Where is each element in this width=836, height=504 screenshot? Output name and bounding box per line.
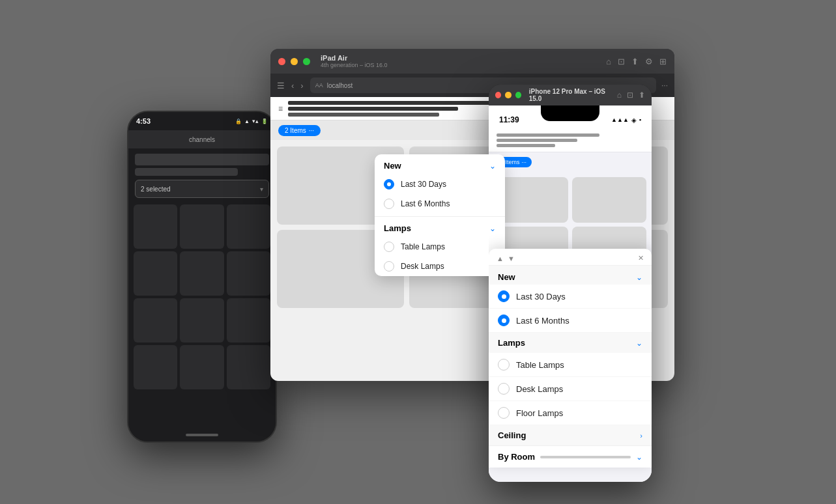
- signal-icon: ▲▲▲: [611, 117, 629, 123]
- lock-icon: 🔒: [235, 119, 242, 124]
- nav-up-icon[interactable]: ▲: [497, 255, 504, 262]
- ipad-popup-item-last30[interactable]: Last 30 Days: [375, 175, 505, 194]
- iphone-popup-item-table-lamps[interactable]: Table Lamps: [489, 353, 652, 377]
- ipad-popup-item-table-lamps[interactable]: Table Lamps: [375, 237, 505, 257]
- chevron-down-icon: ▾: [260, 186, 263, 193]
- iphone-popup-last30-label: Last 30 Days: [516, 292, 566, 301]
- grid-icon[interactable]: ⊞: [659, 57, 667, 66]
- android-grid-item[interactable]: [227, 298, 270, 343]
- filter-count: 2 Items: [285, 127, 306, 134]
- iphone-titlebar: iPhone 12 Pro Max – iOS 15.0 ⌂ ⊡ ⬆: [489, 85, 652, 105]
- iphone-popup-item-floor-lamps[interactable]: Floor Lamps: [489, 401, 652, 425]
- signal-icon: ▲: [244, 119, 250, 124]
- chevron-down-icon: ⌄: [489, 161, 496, 171]
- wifi-icon: ◈: [631, 117, 637, 124]
- battery-icon: ▪: [639, 117, 641, 123]
- ipad-subtitle: 4th generation – iOS 16.0: [321, 62, 388, 68]
- chevron-down-icon: ⌄: [636, 339, 642, 348]
- camera-icon[interactable]: ⊡: [627, 91, 633, 100]
- android-grid-item[interactable]: [134, 251, 177, 296]
- radio-last6m-ipad[interactable]: [384, 199, 394, 209]
- iphone-popup-item-last30[interactable]: Last 30 Days: [489, 285, 652, 309]
- iphone-grid-item[interactable]: [572, 177, 646, 223]
- radio-last6m-iphone[interactable]: [498, 315, 510, 326]
- sidebar-toggle-icon[interactable]: ☰: [277, 81, 285, 91]
- chevron-down-icon: ⌄: [636, 453, 642, 462]
- iphone-popup-byroom-section[interactable]: By Room ⌄: [489, 445, 652, 468]
- url-text: localhost: [327, 82, 353, 89]
- android-grid-item[interactable]: [180, 204, 223, 249]
- iphone-popup-ceiling-section[interactable]: Ceiling ›: [489, 425, 652, 445]
- more-options-icon[interactable]: ···: [661, 81, 668, 90]
- iphone-popup-ceiling-label: Ceiling: [498, 430, 526, 440]
- close-button[interactable]: [278, 58, 285, 65]
- iphone-nav-bar: [489, 129, 652, 152]
- radio-last30-ipad[interactable]: [384, 179, 394, 189]
- chevron-down-icon: ⌄: [489, 224, 496, 233]
- iphone-window: iPhone 12 Pro Max – iOS 15.0 ⌂ ⊡ ⬆ 11:39…: [489, 85, 652, 482]
- iphone-notch: [541, 105, 599, 121]
- android-app-title: channels: [189, 136, 215, 143]
- settings-icon[interactable]: ⚙: [645, 57, 653, 66]
- android-dropdown[interactable]: 2 selected ▾: [135, 180, 269, 198]
- android-grid-item[interactable]: [180, 251, 223, 296]
- ipad-filter-pill[interactable]: 2 Items ···: [278, 125, 321, 136]
- iphone-popup-item-last6m[interactable]: Last 6 Months: [489, 309, 652, 333]
- minimize-button[interactable]: [505, 92, 511, 98]
- hamburger-icon[interactable]: ≡: [278, 104, 283, 113]
- share-icon[interactable]: ⬆: [631, 57, 639, 66]
- android-grid-item[interactable]: [180, 298, 223, 343]
- android-phone: 4:53 🔒 ▲ ▾▴ 🔋 channels 2 selected ▾: [127, 111, 277, 443]
- android-grid-item[interactable]: [227, 251, 270, 296]
- ipad-popup-item-last6m[interactable]: Last 6 Months: [375, 194, 505, 214]
- iphone-status-icons: ▲▲▲ ◈ ▪: [611, 117, 641, 124]
- android-dropdown-text: 2 selected: [141, 186, 171, 193]
- forward-icon[interactable]: ›: [300, 81, 303, 91]
- ipad-popup-last6m-label: Last 6 Months: [401, 199, 450, 208]
- back-icon[interactable]: ‹: [291, 81, 294, 91]
- iphone-filter-popup: ▲ ▼ ✕ New ⌄ Last 30 Days Last 6 Months: [489, 249, 652, 468]
- iphone-popup-new-label: New: [498, 272, 515, 282]
- iphone-popup-desk-lamps-label: Desk Lamps: [516, 384, 563, 394]
- iphone-popup-last6m-label: Last 6 Months: [516, 316, 569, 326]
- radio-desk-lamps-iphone[interactable]: [498, 383, 510, 395]
- android-grid-item[interactable]: [134, 298, 177, 343]
- iphone-popup-lamps-section: Lamps ⌄: [489, 333, 652, 353]
- ipad-popup-item-desk-lamps[interactable]: Desk Lamps: [375, 257, 505, 276]
- radio-floor-lamps-iphone[interactable]: [498, 407, 510, 419]
- wifi-icon: ▾▴: [252, 118, 259, 124]
- iphone-screen: 11:39 ▲▲▲ ◈ ▪ 3 Items ···: [489, 105, 652, 482]
- radio-table-lamps-iphone[interactable]: [498, 359, 510, 371]
- home-icon[interactable]: ⌂: [617, 91, 622, 100]
- close-button[interactable]: [495, 92, 501, 98]
- radio-table-lamps-ipad[interactable]: [384, 242, 394, 252]
- chevron-right-icon: ›: [640, 432, 642, 440]
- radio-last30-iphone[interactable]: [498, 290, 510, 302]
- maximize-button[interactable]: [303, 58, 310, 65]
- ipad-toolbar-icons: ⌂ ⊡ ⬆ ⚙ ⊞: [606, 57, 667, 66]
- iphone-popup-item-desk-lamps[interactable]: Desk Lamps: [489, 377, 652, 401]
- nav-down-icon[interactable]: ▼: [508, 255, 515, 262]
- android-home-indicator[interactable]: [186, 434, 218, 436]
- iphone-grid-item[interactable]: [494, 177, 568, 223]
- camera-icon[interactable]: ⊡: [618, 57, 625, 66]
- ipad-popup-table-lamps-label: Table Lamps: [401, 242, 445, 251]
- android-grid-item[interactable]: [180, 345, 223, 389]
- close-icon[interactable]: ✕: [638, 254, 644, 262]
- chevron-down-icon: ⌄: [636, 273, 642, 282]
- android-search-bar[interactable]: [135, 154, 269, 165]
- android-grid-item[interactable]: [134, 204, 177, 249]
- android-grid-item[interactable]: [227, 204, 270, 249]
- home-icon[interactable]: ⌂: [606, 57, 611, 66]
- minimize-button[interactable]: [291, 58, 298, 65]
- android-grid-item[interactable]: [227, 345, 270, 389]
- ipad-filter-popup: New ⌄ Last 30 Days Last 6 Months Lamps ⌄: [375, 154, 505, 276]
- radio-desk-lamps-ipad[interactable]: [384, 261, 394, 272]
- android-grid: [128, 202, 276, 392]
- ipad-popup-last30-label: Last 30 Days: [401, 180, 446, 189]
- share-icon[interactable]: ⬆: [639, 91, 645, 100]
- android-grid-item[interactable]: [134, 345, 177, 389]
- filter-options-icon: ···: [522, 159, 527, 165]
- ipad-popup-desk-lamps-label: Desk Lamps: [401, 262, 444, 271]
- maximize-button[interactable]: [515, 92, 521, 98]
